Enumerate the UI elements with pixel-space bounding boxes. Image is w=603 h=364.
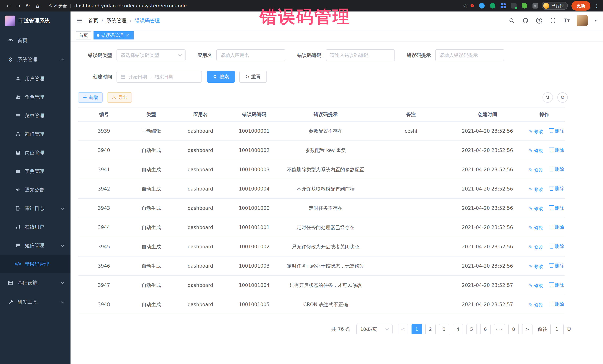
cell-id: 3939 xyxy=(78,121,130,141)
delete-button[interactable]: 删除 xyxy=(550,166,564,172)
browser-menu-icon[interactable]: ⋮ xyxy=(594,3,599,9)
edit-button[interactable]: ✎修改 xyxy=(529,283,543,289)
app-name-input[interactable] xyxy=(217,50,285,61)
column-header: 备注 xyxy=(371,107,451,121)
cell-time: 2021-04-20 23:52:56 xyxy=(451,121,524,141)
sidebar-item-audit-log[interactable]: 审计日志 xyxy=(0,199,70,218)
delete-icon xyxy=(550,303,553,306)
tab-error-code[interactable]: 错误码管理 × xyxy=(93,31,134,39)
font-size-icon[interactable]: TT xyxy=(563,17,570,24)
page-button[interactable]: 4 xyxy=(453,324,463,334)
edit-button[interactable]: ✎修改 xyxy=(529,167,543,173)
error-hint-input[interactable] xyxy=(436,50,504,61)
page-button[interactable]: 5 xyxy=(466,324,477,334)
edit-button[interactable]: ✎修改 xyxy=(529,128,543,134)
delete-button[interactable]: 删除 xyxy=(550,224,564,230)
page-size-select[interactable]: 10条/页 xyxy=(356,324,393,334)
sidebar-item-dictionary[interactable]: 字典管理 xyxy=(0,162,70,180)
reset-button[interactable]: ↻ 重置 xyxy=(239,71,267,83)
delete-button[interactable]: 删除 xyxy=(550,128,564,134)
edit-button[interactable]: ✎修改 xyxy=(529,206,543,212)
browser-update-button[interactable]: 更新 xyxy=(571,1,590,11)
help-icon[interactable]: ? xyxy=(535,17,543,24)
cell-type: 自动生成 xyxy=(130,179,173,199)
toggle-search-button[interactable] xyxy=(543,92,553,103)
add-button[interactable]: + 新增 xyxy=(78,92,103,103)
cell-app: dashboard xyxy=(173,199,228,218)
menu-fold-icon[interactable] xyxy=(76,17,83,24)
page-button[interactable]: 6 xyxy=(480,324,491,334)
breadcrumb-item[interactable]: 首页 xyxy=(88,17,98,24)
cell-actions: ✎修改 删除 xyxy=(524,295,565,314)
dictionary-icon xyxy=(15,169,21,174)
fullscreen-icon[interactable] xyxy=(549,17,557,24)
extension-icon[interactable] xyxy=(522,3,527,9)
sidebar-item-departments[interactable]: 部门管理 xyxy=(0,125,70,143)
sidebar-item-devtools[interactable]: 研发工具 xyxy=(0,292,70,312)
delete-button[interactable]: 删除 xyxy=(550,282,564,288)
app-logo[interactable]: 芋道管理系统 xyxy=(0,11,70,30)
refresh-button[interactable]: ↻ xyxy=(557,92,568,103)
back-icon[interactable]: ← xyxy=(4,3,13,9)
page-button[interactable]: 8 xyxy=(508,324,519,334)
extension-icon[interactable] xyxy=(490,3,495,9)
cell-app: dashboard xyxy=(173,256,228,276)
page-button[interactable]: 2 xyxy=(425,324,436,334)
extension-icon[interactable] xyxy=(511,3,517,9)
profile-paused-badge[interactable]: 已暂停 xyxy=(542,2,568,10)
error-code-input[interactable] xyxy=(326,50,394,61)
sidebar-item-infrastructure[interactable]: 基础设施 xyxy=(0,273,70,292)
caret-down-icon[interactable] xyxy=(594,20,597,22)
edit-button[interactable]: ✎修改 xyxy=(529,186,543,192)
date-range-picker[interactable]: 开始日期 - 结束日期 xyxy=(116,71,202,83)
security-indicator[interactable]: ⚠ 不安全 xyxy=(48,3,67,9)
edit-button[interactable]: ✎修改 xyxy=(529,302,543,308)
breadcrumb-current: 错误码管理 xyxy=(135,17,160,24)
extension-icon[interactable] xyxy=(500,3,506,8)
sidebar-item-posts[interactable]: 岗位管理 xyxy=(0,143,70,162)
delete-button[interactable]: 删除 xyxy=(550,205,564,211)
search-icon[interactable] xyxy=(508,17,515,24)
bookmark-star-icon[interactable]: ☆ xyxy=(463,3,468,9)
close-icon[interactable]: × xyxy=(126,33,130,38)
delete-button[interactable]: 删除 xyxy=(550,263,564,269)
github-icon[interactable] xyxy=(522,17,529,24)
breadcrumb-item[interactable]: 系统管理 xyxy=(106,17,127,24)
sidebar-item-system[interactable]: ⚙ 系统管理 xyxy=(0,50,70,69)
prev-page-button[interactable]: < xyxy=(398,324,408,334)
home-icon[interactable]: ⌂ xyxy=(33,3,42,9)
sidebar-item-announcements[interactable]: 通知公告 xyxy=(0,180,70,199)
more-pages-icon[interactable]: ••• xyxy=(494,324,505,334)
page-button[interactable]: 3 xyxy=(439,324,449,334)
delete-button[interactable]: 删除 xyxy=(550,147,564,153)
sidebar-item-roles[interactable]: 角色管理 xyxy=(0,88,70,106)
sidebar-item-home[interactable]: 首页 xyxy=(0,31,70,50)
extension-icon[interactable] xyxy=(479,3,485,9)
reload-icon[interactable]: ↻ xyxy=(23,3,33,9)
page-button[interactable]: 1 xyxy=(412,324,422,334)
sidebar-item-online-users[interactable]: 在线用户 xyxy=(0,218,70,236)
sidebar-item-sms[interactable]: 短信管理 xyxy=(0,236,70,255)
edit-button[interactable]: ✎修改 xyxy=(529,148,543,154)
edit-button[interactable]: ✎修改 xyxy=(529,244,543,250)
forward-icon[interactable]: → xyxy=(13,3,23,9)
extension-icon[interactable] xyxy=(471,4,474,7)
extension-icon[interactable] xyxy=(533,3,538,9)
export-button[interactable]: 导出 xyxy=(107,92,132,103)
tab-home[interactable]: 首页 xyxy=(76,31,91,39)
next-page-button[interactable]: > xyxy=(522,324,533,334)
sidebar-item-users[interactable]: 用户管理 xyxy=(0,69,70,88)
edit-button[interactable]: ✎修改 xyxy=(529,263,543,269)
edit-button[interactable]: ✎修改 xyxy=(529,225,543,231)
avatar[interactable] xyxy=(577,15,588,26)
sidebar-item-menus[interactable]: 菜单管理 xyxy=(0,106,70,125)
delete-button[interactable]: 删除 xyxy=(550,301,564,307)
error-type-select[interactable]: 请选择错误码类型 xyxy=(116,49,186,61)
cell-code: 1001001002 xyxy=(228,237,280,256)
address-bar[interactable]: dashboard.yudao.iocoder.cn/system/error-… xyxy=(74,3,187,9)
delete-button[interactable]: 删除 xyxy=(550,186,564,192)
search-button[interactable]: 搜索 xyxy=(207,71,235,83)
delete-button[interactable]: 删除 xyxy=(550,243,564,249)
goto-page-input[interactable] xyxy=(550,324,564,334)
sidebar-item-error-code[interactable]: </> 错误码管理 xyxy=(0,255,70,273)
